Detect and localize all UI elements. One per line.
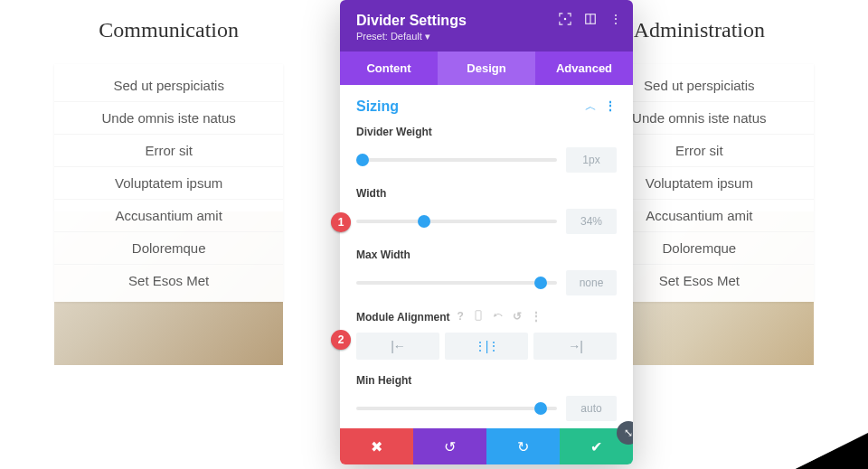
list-item[interactable]: Error sit: [54, 135, 283, 167]
focus-icon[interactable]: [559, 13, 571, 25]
weight-value[interactable]: 1px: [566, 147, 617, 173]
columns-icon[interactable]: [584, 13, 597, 25]
tab-design[interactable]: Design: [438, 52, 535, 85]
list-item[interactable]: Sed ut perspiciatis: [54, 70, 283, 102]
hover-icon[interactable]: [493, 310, 504, 324]
weight-slider[interactable]: [356, 158, 557, 162]
section-title[interactable]: Sizing: [356, 98, 399, 115]
svg-rect-3: [476, 311, 481, 321]
panel-body: Sizing ︿ ⋮ Divider Weight 1px Width 34% …: [340, 85, 633, 428]
field-module-alignment: Module Alignment ? ↺ ⋮ |← ⋮|⋮ →|: [356, 310, 617, 360]
field-label: Max Width: [356, 249, 617, 261]
field-label: Width: [356, 187, 617, 200]
field-width: Width 34%: [356, 187, 617, 234]
section-menu-icon[interactable]: ⋮: [604, 98, 617, 113]
preset-label[interactable]: Preset: Default ▾: [356, 31, 617, 42]
field-label: Divider Weight: [356, 126, 617, 138]
bg-column-communication: Communication Sed ut perspiciatis Unde o…: [54, 18, 283, 451]
tab-content[interactable]: Content: [340, 52, 438, 85]
reset-icon[interactable]: ↺: [513, 310, 522, 324]
phone-icon[interactable]: [473, 310, 484, 324]
panel-header[interactable]: Divider Settings Preset: Default ▾ ⋮: [340, 0, 633, 52]
align-right-button[interactable]: →|: [533, 333, 617, 360]
callout-marker-2: 2: [331, 330, 351, 350]
callout-marker-1: 1: [331, 212, 351, 232]
field-max-width: Max Width none: [356, 249, 617, 295]
menu-dots-icon[interactable]: ⋮: [531, 310, 542, 324]
field-label: Min Height: [356, 374, 617, 387]
help-icon[interactable]: ?: [458, 310, 464, 324]
corner-decoration: [796, 438, 859, 469]
svg-point-0: [564, 18, 566, 20]
menu-dots-icon[interactable]: ⋮: [609, 13, 622, 25]
cancel-button[interactable]: ✖: [340, 428, 413, 464]
redo-button[interactable]: ↻: [486, 428, 560, 464]
align-center-button[interactable]: ⋮|⋮: [445, 333, 528, 360]
settings-panel: Divider Settings Preset: Default ▾ ⋮ Con…: [340, 0, 633, 464]
field-divider-weight: Divider Weight 1px: [356, 126, 617, 173]
width-value[interactable]: 34%: [566, 209, 617, 234]
maxwidth-slider[interactable]: [356, 281, 557, 285]
width-slider[interactable]: [356, 220, 557, 223]
panel-footer: ✖ ↺ ↻ ✔: [340, 428, 633, 464]
field-min-height: Min Height auto: [356, 374, 617, 421]
collapse-icon[interactable]: ︿: [585, 99, 597, 113]
column-title: Communication: [54, 18, 283, 42]
field-label: Module Alignment: [356, 311, 450, 324]
undo-button[interactable]: ↺: [413, 428, 486, 464]
tab-advanced[interactable]: Advanced: [535, 52, 633, 85]
list-item[interactable]: Unde omnis iste natus: [54, 102, 283, 135]
list-item[interactable]: Set Esos Met: [54, 265, 283, 296]
minheight-value[interactable]: auto: [566, 396, 617, 421]
panel-tabs: Content Design Advanced: [340, 52, 633, 85]
list-card: Sed ut perspiciatis Unde omnis iste natu…: [54, 64, 283, 302]
list-item[interactable]: Accusantium amit: [54, 200, 283, 232]
minheight-slider[interactable]: [356, 407, 557, 410]
align-left-button[interactable]: |←: [356, 333, 439, 360]
list-item[interactable]: Voluptatem ipsum: [54, 167, 283, 200]
maxwidth-value[interactable]: none: [566, 270, 617, 295]
list-item[interactable]: Doloremque: [54, 232, 283, 265]
